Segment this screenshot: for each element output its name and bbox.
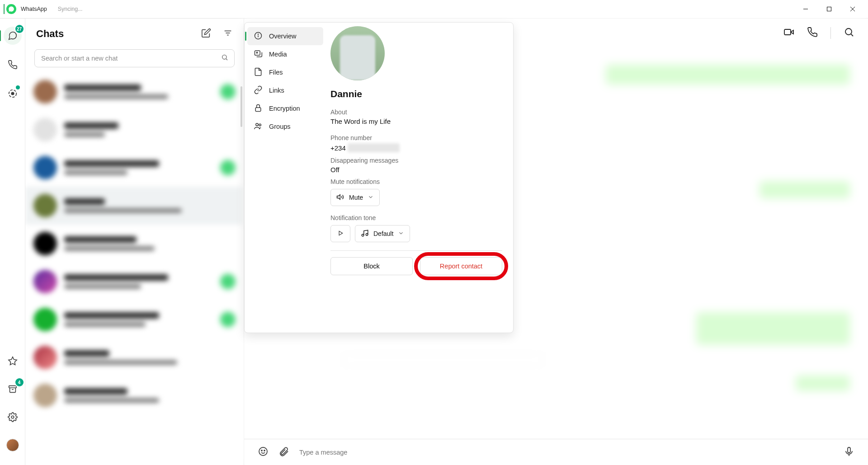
tab-encryption-label: Encryption [269,105,300,112]
chat-list-header-actions [201,28,233,40]
nav-chats[interactable]: 27 [4,27,22,45]
window-maximize-button[interactable] [817,0,841,18]
new-chat-icon[interactable] [201,28,211,40]
play-tone-button[interactable] [330,225,350,242]
search-icon [221,54,228,63]
tab-media[interactable]: Media [247,45,323,63]
chat-content: Overview Media Files Links Encryption [244,19,868,465]
phone-redacted [348,143,400,152]
tone-label: Notification tone [330,214,502,221]
chevron-down-icon [368,194,374,202]
chat-row[interactable] [25,73,244,111]
tone-select[interactable]: Default [355,225,410,242]
tab-overview[interactable]: Overview [247,27,323,45]
window-controls [794,0,864,18]
avatar-icon [6,439,19,451]
block-button[interactable]: Block [330,257,413,275]
tab-links[interactable]: Links [247,81,323,99]
chat-row[interactable] [25,301,244,338]
nav-archive[interactable]: 4 [4,380,22,398]
about-value: The Word is my Life [330,117,502,125]
report-contact-button[interactable]: Report contact [420,257,502,275]
music-note-icon [361,229,369,239]
chat-list-header: Chats [25,19,244,49]
phone-label: Phone number [330,134,502,141]
tab-links-label: Links [269,87,284,94]
message-input[interactable] [299,449,834,456]
nav-rail-bottom: 4 [4,352,22,457]
files-icon [254,67,263,78]
filter-icon[interactable] [223,28,233,40]
chat-row[interactable] [25,149,244,187]
svg-line-9 [226,59,227,60]
tab-groups-label: Groups [269,123,291,130]
contact-actions: Block Report contact [330,257,502,275]
chat-list-scroll[interactable] [25,73,244,465]
chats-title: Chats [36,28,64,40]
chat-row[interactable] [25,263,244,301]
svg-point-8 [222,55,226,59]
svg-point-22 [366,233,368,235]
nav-archive-badge: 4 [15,378,24,386]
status-indicator-dot [16,85,20,89]
links-icon [254,85,263,96]
svg-rect-18 [255,108,261,111]
chat-search-icon[interactable] [844,27,854,39]
nav-calls[interactable] [4,56,22,74]
svg-line-12 [851,34,854,37]
mute-button-label: Mute [349,194,363,201]
app-shell: 27 4 Chats [0,18,868,465]
tab-groups[interactable]: Groups [247,117,323,136]
chat-row[interactable] [25,376,244,414]
phone-value: +234 [330,143,400,152]
tab-overview-label: Overview [269,33,296,40]
attach-icon[interactable] [278,446,289,459]
search-wrap [25,49,244,73]
svg-point-25 [264,450,265,451]
lock-icon [254,103,263,114]
chat-row[interactable] [25,225,244,263]
titlebar: WhatsApp Syncing... [0,0,868,18]
window-close-button[interactable] [841,0,864,18]
svg-point-20 [259,124,261,126]
nav-status[interactable] [4,85,22,103]
nav-chats-badge: 27 [15,25,24,33]
emoji-icon[interactable] [258,446,269,459]
contact-info-popover: Overview Media Files Links Encryption [244,22,514,333]
info-icon [254,31,263,42]
app-name: WhatsApp [21,6,47,12]
video-call-icon[interactable] [783,27,794,39]
window-minimize-button[interactable] [794,0,817,18]
play-icon [337,230,344,238]
chat-row-selected[interactable] [25,187,244,225]
svg-point-4 [11,416,14,418]
nav-starred[interactable] [4,352,22,370]
mic-icon[interactable] [844,446,854,459]
disappearing-value: Off [330,166,502,174]
tab-encryption[interactable]: Encryption [247,99,323,117]
disappearing-label: Disappearing messages [330,157,502,164]
mute-button[interactable]: Mute [330,189,380,206]
svg-rect-10 [784,29,791,35]
nav-profile[interactable] [4,436,22,454]
tab-files[interactable]: Files [247,63,323,81]
nav-settings[interactable] [4,408,22,426]
about-label: About [330,108,502,116]
contact-photo[interactable] [330,26,385,80]
svg-point-11 [845,28,852,35]
svg-point-21 [362,234,364,236]
media-icon [254,49,263,60]
voice-call-icon[interactable] [807,27,818,39]
svg-point-2 [11,92,14,95]
contact-info-body[interactable]: Dannie About The Word is my Life Phone n… [326,23,513,333]
tone-value: Default [373,230,393,237]
chat-row[interactable] [25,111,244,149]
sound-icon [336,193,344,202]
svg-point-23 [259,447,267,456]
divider [330,250,502,251]
svg-rect-0 [827,7,831,11]
chat-row[interactable] [25,338,244,376]
svg-rect-3 [9,386,16,388]
search-input[interactable] [34,49,235,67]
contact-name: Dannie [330,89,502,99]
